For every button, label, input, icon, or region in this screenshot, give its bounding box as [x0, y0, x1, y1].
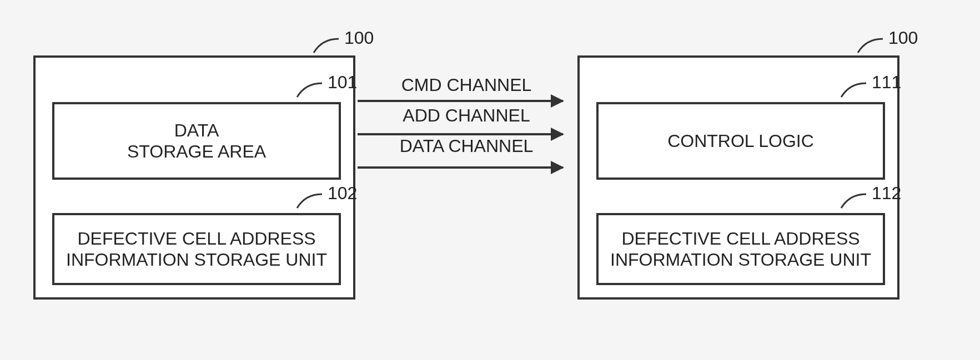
ref-label-101: 101	[328, 72, 357, 93]
right-defective-line2: INFORMATION STORAGE UNIT	[610, 249, 871, 270]
right-defective-box: DEFECTIVE CELL ADDRESS INFORMATION STORA…	[596, 213, 885, 285]
ref-curve-102	[294, 191, 328, 214]
cmd-arrow	[358, 100, 563, 102]
control-logic-box: CONTROL LOGIC	[596, 102, 885, 180]
ref-label-102: 102	[328, 183, 357, 204]
data-channel-label: DATA CHANNEL	[366, 136, 566, 156]
add-channel-label: ADD CHANNEL	[366, 105, 566, 126]
data-storage-area-box: DATA STORAGE AREA	[52, 102, 341, 180]
channel-labels: CMD CHANNEL ADD CHANNEL DATA CHANNEL	[366, 75, 566, 163]
ref-curve-111	[838, 80, 872, 103]
data-storage-line1: DATA	[174, 120, 219, 141]
data-arrow	[358, 166, 563, 169]
ref-label-100-left: 100	[344, 28, 374, 48]
left-defective-line2: INFORMATION STORAGE UNIT	[66, 249, 327, 270]
ref-curve-100-left	[311, 36, 344, 58]
left-defective-box: DEFECTIVE CELL ADDRESS INFORMATION STORA…	[52, 213, 341, 285]
add-arrow	[358, 133, 563, 135]
left-defective-line1: DEFECTIVE CELL ADDRESS	[77, 228, 315, 249]
data-storage-line2: STORAGE AREA	[127, 141, 266, 162]
cmd-channel-label: CMD CHANNEL	[366, 75, 566, 95]
ref-label-111: 111	[872, 72, 901, 93]
ref-label-100-right: 100	[888, 28, 918, 48]
ref-curve-112	[838, 191, 872, 214]
control-logic-text: CONTROL LOGIC	[667, 130, 814, 151]
ref-label-112: 112	[872, 183, 901, 204]
ref-curve-100-right	[855, 36, 888, 58]
ref-curve-101	[294, 80, 328, 103]
diagram-container: DATA STORAGE AREA DEFECTIVE CELL ADDRESS…	[33, 44, 944, 322]
right-defective-line1: DEFECTIVE CELL ADDRESS	[621, 228, 860, 249]
